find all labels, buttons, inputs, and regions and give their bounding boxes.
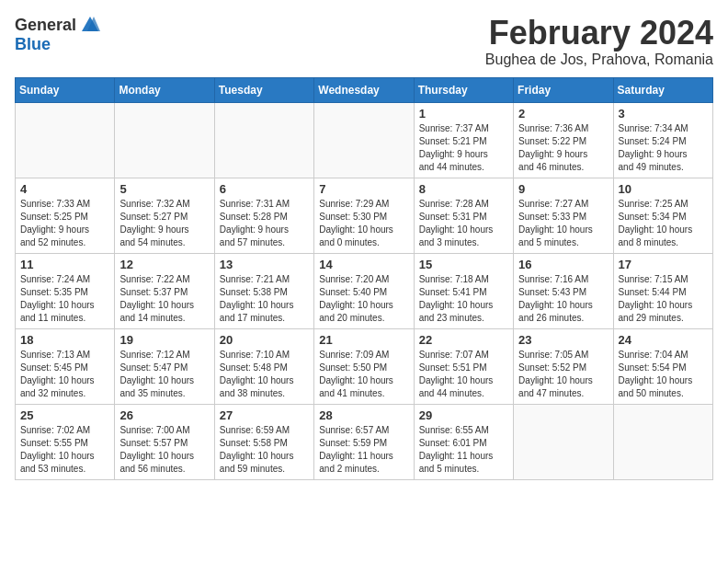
day-detail: Sunrise: 7:07 AM Sunset: 5:51 PM Dayligh… — [419, 349, 508, 400]
day-number: 8 — [419, 182, 508, 196]
day-detail: Sunrise: 7:21 AM Sunset: 5:38 PM Dayligh… — [220, 273, 309, 325]
calendar-cell: 19Sunrise: 7:12 AM Sunset: 5:47 PM Dayli… — [115, 328, 214, 404]
calendar-cell: 3Sunrise: 7:34 AM Sunset: 5:24 PM Daylig… — [613, 102, 712, 178]
calendar-cell: 14Sunrise: 7:20 AM Sunset: 5:40 PM Dayli… — [314, 253, 414, 328]
logo: General Blue — [15, 15, 100, 54]
logo-icon — [80, 15, 100, 35]
day-number: 16 — [518, 258, 608, 271]
calendar-cell: 16Sunrise: 7:16 AM Sunset: 5:43 PM Dayli… — [514, 253, 613, 328]
day-number: 15 — [419, 258, 508, 271]
calendar-cell: 21Sunrise: 7:09 AM Sunset: 5:50 PM Dayli… — [314, 328, 414, 404]
day-detail: Sunrise: 7:33 AM Sunset: 5:25 PM Dayligh… — [20, 198, 109, 249]
day-detail: Sunrise: 7:18 AM Sunset: 5:41 PM Dayligh… — [419, 273, 508, 325]
day-number: 11 — [20, 258, 109, 271]
calendar-cell: 8Sunrise: 7:28 AM Sunset: 5:31 PM Daylig… — [414, 178, 513, 253]
weekday-header: Tuesday — [214, 77, 313, 102]
day-number: 24 — [619, 333, 708, 347]
calendar-cell — [613, 404, 712, 479]
calendar-week-row: 18Sunrise: 7:13 AM Sunset: 5:45 PM Dayli… — [16, 328, 713, 404]
day-number: 20 — [220, 333, 309, 347]
weekday-header: Saturday — [613, 77, 712, 102]
location-title: Bughea de Jos, Prahova, Romania — [485, 52, 713, 68]
day-detail: Sunrise: 7:20 AM Sunset: 5:40 PM Dayligh… — [319, 273, 408, 325]
calendar-cell: 2Sunrise: 7:36 AM Sunset: 5:22 PM Daylig… — [514, 102, 613, 178]
calendar-cell: 27Sunrise: 6:59 AM Sunset: 5:58 PM Dayli… — [214, 404, 313, 479]
day-number: 28 — [319, 408, 408, 422]
day-number: 23 — [518, 333, 608, 347]
weekday-header: Thursday — [414, 77, 513, 102]
day-number: 2 — [518, 107, 608, 121]
calendar-week-row: 1Sunrise: 7:37 AM Sunset: 5:21 PM Daylig… — [16, 102, 713, 178]
day-detail: Sunrise: 7:15 AM Sunset: 5:44 PM Dayligh… — [619, 273, 708, 325]
day-detail: Sunrise: 7:25 AM Sunset: 5:34 PM Dayligh… — [619, 198, 708, 249]
calendar-cell: 1Sunrise: 7:37 AM Sunset: 5:21 PM Daylig… — [414, 102, 513, 178]
day-number: 22 — [419, 333, 508, 347]
day-number: 9 — [518, 182, 608, 196]
day-detail: Sunrise: 7:34 AM Sunset: 5:24 PM Dayligh… — [619, 122, 708, 174]
calendar-cell: 11Sunrise: 7:24 AM Sunset: 5:35 PM Dayli… — [16, 253, 115, 328]
day-detail: Sunrise: 7:28 AM Sunset: 5:31 PM Dayligh… — [419, 198, 508, 249]
logo-general-text: General — [15, 16, 76, 35]
calendar-cell: 5Sunrise: 7:32 AM Sunset: 5:27 PM Daylig… — [115, 178, 214, 253]
day-number: 17 — [619, 258, 708, 271]
calendar-cell: 23Sunrise: 7:05 AM Sunset: 5:52 PM Dayli… — [514, 328, 613, 404]
day-detail: Sunrise: 6:59 AM Sunset: 5:58 PM Dayligh… — [220, 424, 309, 476]
calendar-cell: 7Sunrise: 7:29 AM Sunset: 5:30 PM Daylig… — [314, 178, 414, 253]
day-detail: Sunrise: 7:12 AM Sunset: 5:47 PM Dayligh… — [119, 349, 209, 400]
calendar-cell — [514, 404, 613, 479]
calendar-cell: 25Sunrise: 7:02 AM Sunset: 5:55 PM Dayli… — [16, 404, 115, 479]
weekday-header: Wednesday — [314, 77, 414, 102]
day-number: 3 — [619, 107, 708, 121]
day-number: 18 — [20, 333, 109, 347]
day-number: 27 — [220, 408, 309, 422]
weekday-header: Monday — [115, 77, 214, 102]
calendar-cell — [16, 102, 115, 178]
weekday-header: Friday — [514, 77, 613, 102]
day-number: 26 — [119, 408, 209, 422]
month-title: February 2024 — [485, 15, 713, 52]
header: General Blue February 2024 Bughea de Jos… — [15, 15, 713, 68]
calendar-cell: 29Sunrise: 6:55 AM Sunset: 6:01 PM Dayli… — [414, 404, 513, 479]
day-number: 21 — [319, 333, 408, 347]
day-detail: Sunrise: 7:37 AM Sunset: 5:21 PM Dayligh… — [419, 122, 508, 174]
day-number: 7 — [319, 182, 408, 196]
day-number: 10 — [619, 182, 708, 196]
day-number: 5 — [119, 182, 209, 196]
calendar-cell: 10Sunrise: 7:25 AM Sunset: 5:34 PM Dayli… — [613, 178, 712, 253]
day-detail: Sunrise: 7:13 AM Sunset: 5:45 PM Dayligh… — [20, 349, 109, 400]
day-detail: Sunrise: 7:05 AM Sunset: 5:52 PM Dayligh… — [518, 349, 608, 400]
day-number: 1 — [419, 107, 508, 121]
day-number: 14 — [319, 258, 408, 271]
day-detail: Sunrise: 7:00 AM Sunset: 5:57 PM Dayligh… — [119, 424, 209, 476]
calendar-cell — [115, 102, 214, 178]
title-area: February 2024 Bughea de Jos, Prahova, Ro… — [485, 15, 713, 68]
day-detail: Sunrise: 7:10 AM Sunset: 5:48 PM Dayligh… — [220, 349, 309, 400]
calendar-cell: 28Sunrise: 6:57 AM Sunset: 5:59 PM Dayli… — [314, 404, 414, 479]
day-number: 6 — [220, 182, 309, 196]
day-detail: Sunrise: 7:22 AM Sunset: 5:37 PM Dayligh… — [119, 273, 209, 325]
calendar-cell: 22Sunrise: 7:07 AM Sunset: 5:51 PM Dayli… — [414, 328, 513, 404]
day-detail: Sunrise: 6:55 AM Sunset: 6:01 PM Dayligh… — [419, 424, 508, 476]
calendar-week-row: 25Sunrise: 7:02 AM Sunset: 5:55 PM Dayli… — [16, 404, 713, 479]
calendar-table: SundayMondayTuesdayWednesdayThursdayFrid… — [15, 77, 713, 480]
calendar-cell: 17Sunrise: 7:15 AM Sunset: 5:44 PM Dayli… — [613, 253, 712, 328]
day-number: 13 — [220, 258, 309, 271]
calendar-week-row: 11Sunrise: 7:24 AM Sunset: 5:35 PM Dayli… — [16, 253, 713, 328]
calendar-cell: 15Sunrise: 7:18 AM Sunset: 5:41 PM Dayli… — [414, 253, 513, 328]
logo-blue-text: Blue — [15, 35, 51, 54]
calendar-header-row: SundayMondayTuesdayWednesdayThursdayFrid… — [16, 77, 713, 102]
calendar-cell: 18Sunrise: 7:13 AM Sunset: 5:45 PM Dayli… — [16, 328, 115, 404]
day-detail: Sunrise: 7:27 AM Sunset: 5:33 PM Dayligh… — [518, 198, 608, 249]
day-detail: Sunrise: 7:16 AM Sunset: 5:43 PM Dayligh… — [518, 273, 608, 325]
day-number: 12 — [119, 258, 209, 271]
calendar-cell: 13Sunrise: 7:21 AM Sunset: 5:38 PM Dayli… — [214, 253, 313, 328]
day-number: 19 — [119, 333, 209, 347]
calendar-cell — [314, 102, 414, 178]
calendar-cell: 12Sunrise: 7:22 AM Sunset: 5:37 PM Dayli… — [115, 253, 214, 328]
day-detail: Sunrise: 7:32 AM Sunset: 5:27 PM Dayligh… — [119, 198, 209, 249]
day-detail: Sunrise: 7:29 AM Sunset: 5:30 PM Dayligh… — [319, 198, 408, 249]
day-number: 29 — [419, 408, 508, 422]
day-number: 25 — [20, 408, 109, 422]
calendar-week-row: 4Sunrise: 7:33 AM Sunset: 5:25 PM Daylig… — [16, 178, 713, 253]
calendar-cell: 26Sunrise: 7:00 AM Sunset: 5:57 PM Dayli… — [115, 404, 214, 479]
